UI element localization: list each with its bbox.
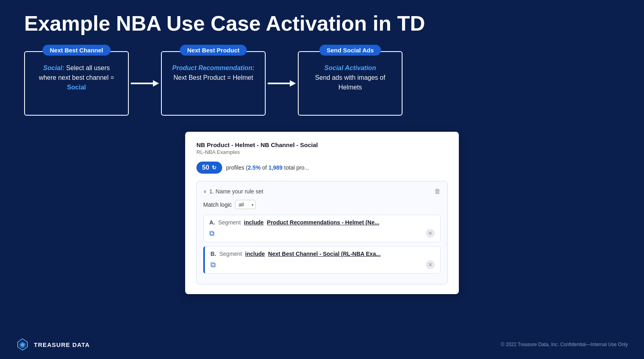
profiles-badge[interactable]: 50 ↻	[196, 162, 222, 174]
svg-marker-1	[153, 80, 159, 87]
flow-box-label-2: Next Best Product	[180, 45, 247, 56]
close-icon-b[interactable]: ✕	[426, 260, 435, 269]
segment-bottom-a: ⧉ ✕	[209, 229, 435, 238]
flow-italic-3: Social Activation	[324, 64, 376, 71]
flow-box-content-2: Product Recommendation: Next Best Produc…	[171, 63, 256, 83]
footer-copyright: © 2022 Treasure Data, Inc. Confidential—…	[501, 342, 628, 347]
flow-box-next-best-product: Next Best Product Product Recommendation…	[161, 51, 266, 116]
match-select-wrapper[interactable]: all any	[235, 200, 256, 209]
flow-box-next-best-channel: Next Best Channel Social: Select all use…	[24, 51, 129, 116]
arrow-1	[129, 77, 161, 89]
segment-row-a: A. Segment include Product Recommendatio…	[203, 215, 441, 242]
segment-top-a: A. Segment include Product Recommendatio…	[209, 219, 435, 226]
svg-marker-3	[290, 80, 296, 87]
profiles-percent: 2.5%	[248, 164, 260, 171]
match-logic-select[interactable]: all any	[235, 200, 256, 209]
segment-letter-a: A.	[209, 219, 215, 226]
main-panel: NB Product - Helmet - NB Channel - Socia…	[185, 132, 459, 294]
flow-box-label-3: Send Social Ads	[320, 45, 381, 56]
segment-type-a: Segment	[218, 219, 241, 226]
trash-icon[interactable]: 🗑	[434, 188, 441, 195]
segment-include-b[interactable]: include	[245, 251, 265, 257]
segment-name-a[interactable]: Product Recommendations - Helmet (Ne...	[267, 219, 379, 226]
match-logic-label: Match logic	[203, 201, 232, 208]
flow-highlight-1: Social	[67, 84, 86, 91]
panel-subtitle: RL-NBA Examples	[196, 149, 448, 155]
segment-top-b: B. Segment include Next Best Channel - S…	[211, 251, 435, 257]
flow-italic-2: Product Recommendation:	[172, 64, 254, 71]
segment-row-b: B. Segment include Next Best Channel - S…	[203, 246, 441, 274]
panel-wrapper: NB Product - Helmet - NB Channel - Socia…	[24, 132, 620, 294]
flow-box-content-1: Social: Select all users where next best…	[34, 63, 119, 92]
flow-box-send-social-ads: Send Social Ads Social Activation Send a…	[298, 51, 402, 116]
profiles-count: 50	[202, 164, 209, 171]
segment-name-b[interactable]: Next Best Channel - Social (RL-NBA Exa..…	[268, 251, 381, 257]
rule-set-header: ∨ 1. Name your rule set 🗑	[203, 188, 441, 195]
rule-set: ∨ 1. Name your rule set 🗑 Match logic al…	[196, 181, 448, 284]
profiles-row: 50 ↻ profiles (2.5% of 1,989 total pro..…	[196, 162, 448, 174]
flow-diagram: Next Best Channel Social: Select all use…	[24, 51, 620, 116]
external-link-icon-a[interactable]: ⧉	[209, 229, 215, 238]
flow-box-label-1: Next Best Channel	[43, 45, 111, 56]
segment-type-b: Segment	[219, 251, 242, 257]
refresh-icon[interactable]: ↻	[212, 164, 217, 171]
profiles-text: profiles (2.5% of 1,989 total pro...	[226, 164, 309, 171]
arrow-2	[266, 77, 298, 89]
flow-italic-1: Social:	[43, 64, 64, 71]
footer: TREASURE DATA © 2022 Treasure Data, Inc.…	[0, 338, 644, 351]
rule-set-title: ∨ 1. Name your rule set	[203, 188, 263, 195]
segment-include-a[interactable]: include	[244, 219, 264, 226]
panel-title: NB Product - Helmet - NB Channel - Socia…	[196, 141, 448, 148]
match-logic-row: Match logic all any	[203, 200, 441, 209]
footer-logo: TREASURE DATA	[16, 338, 90, 351]
external-link-icon-b[interactable]: ⧉	[211, 261, 216, 269]
profiles-total: 1,989	[268, 164, 283, 171]
flow-text-3: Send ads with images of Helmets	[315, 74, 385, 91]
segment-bottom-b: ⧉ ✕	[211, 260, 435, 269]
segment-letter-b: B.	[211, 251, 216, 257]
treasure-data-logo-icon	[16, 338, 29, 351]
flow-text-2: Next Best Product = Helmet	[173, 74, 253, 81]
page-title: Example NBA Use Case Activation in TD	[24, 12, 620, 35]
close-icon-a[interactable]: ✕	[426, 229, 435, 238]
chevron-icon: ∨	[203, 189, 207, 194]
flow-box-content-3: Social Activation Send ads with images o…	[308, 63, 393, 92]
footer-logo-text: TREASURE DATA	[34, 341, 90, 348]
